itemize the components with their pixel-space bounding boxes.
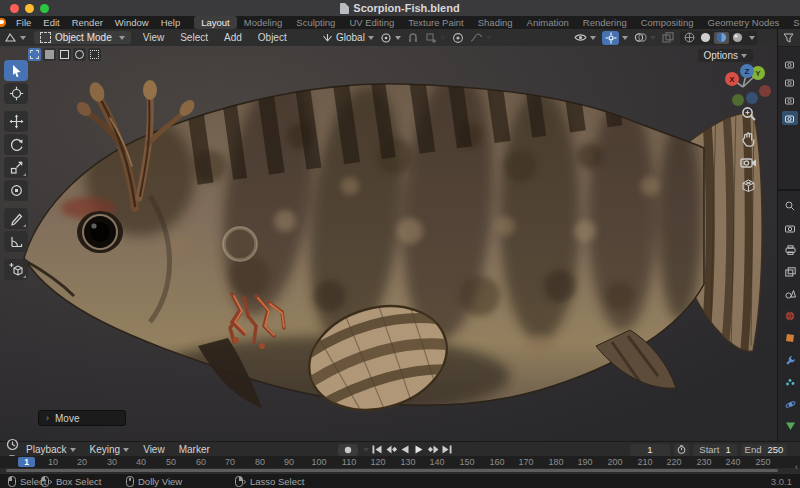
move-view-icon[interactable]	[741, 131, 756, 147]
properties-search-icon[interactable]	[782, 199, 798, 213]
cursor-tool[interactable]	[4, 83, 28, 104]
proportional-editing-toggle[interactable]	[452, 32, 464, 44]
tab-geometry-nodes[interactable]: Geometry Nodes	[701, 16, 787, 29]
xray-toggle[interactable]	[662, 32, 674, 43]
properties-tab-modifiers[interactable]	[782, 353, 798, 367]
scale-tool[interactable]	[4, 157, 28, 178]
properties-tab-view-layer[interactable]	[782, 265, 798, 279]
menu-help[interactable]: Help	[155, 17, 187, 28]
outliner-row-icon[interactable]	[782, 75, 798, 89]
jump-to-end-button[interactable]	[441, 444, 453, 456]
tab-layout[interactable]: Layout	[194, 16, 237, 29]
frame-end-field[interactable]: End 250	[741, 444, 787, 456]
properties-tab-data[interactable]	[782, 419, 798, 433]
select-mode-invert-button[interactable]	[73, 48, 86, 61]
menu-edit[interactable]: Edit	[37, 17, 65, 28]
tab-uv-editing[interactable]: UV Editing	[342, 16, 401, 29]
viewport-3d[interactable]: X Y Z Options › Move	[0, 46, 777, 441]
snap-target-dropdown[interactable]	[425, 32, 446, 44]
select-mode-subtract-button[interactable]	[58, 48, 71, 61]
tab-modeling[interactable]: Modeling	[237, 16, 290, 29]
snap-toggle[interactable]	[407, 32, 419, 44]
outliner-row-icon[interactable]	[782, 93, 798, 107]
overlays-toggle[interactable]	[634, 32, 656, 43]
zoom-view-icon[interactable]	[741, 106, 757, 122]
status-bar: Select Box Select Dolly View Lasso Selec…	[0, 473, 800, 488]
collapse-arrow-icon[interactable]: ‹	[795, 462, 798, 472]
timeline-menu-marker[interactable]: Marker	[172, 444, 217, 455]
auto-keying-dropdown[interactable]	[363, 448, 369, 452]
operator-redo-panel[interactable]: › Move	[38, 410, 126, 426]
play-reverse-button[interactable]	[399, 444, 411, 456]
menu-file[interactable]: File	[10, 17, 37, 28]
previous-keyframe-button[interactable]	[385, 444, 397, 456]
tab-texture-paint[interactable]: Texture Paint	[401, 16, 470, 29]
select-mode-extend-button[interactable]	[43, 48, 56, 61]
properties-tab-output[interactable]	[782, 243, 798, 257]
move-tool[interactable]	[4, 111, 28, 132]
tab-rendering[interactable]: Rendering	[576, 16, 634, 29]
camera-view-icon[interactable]	[740, 156, 757, 169]
shading-solid-button[interactable]	[698, 32, 713, 44]
frame-tick: 150	[459, 457, 474, 467]
add-cube-tool[interactable]	[4, 259, 28, 280]
viewport-menu-select[interactable]: Select	[172, 32, 216, 43]
tab-compositing[interactable]: Compositing	[634, 16, 701, 29]
auto-keying-toggle[interactable]	[338, 444, 358, 456]
viewport-menu-object[interactable]: Object	[250, 32, 295, 43]
play-button[interactable]	[413, 444, 425, 456]
timeline-ruler[interactable]: 10 20 30 40 50 60 70 80 90 100 110 120 1…	[0, 456, 800, 468]
measure-tool[interactable]	[4, 231, 28, 252]
properties-tab-particles[interactable]	[782, 375, 798, 389]
tab-scripting[interactable]: Scripting	[786, 16, 800, 29]
properties-tab-world[interactable]	[782, 309, 798, 323]
proportional-edit-icon	[452, 32, 464, 44]
viewport-menu-view[interactable]: View	[135, 32, 173, 43]
select-mode-new-button[interactable]	[28, 48, 41, 61]
outliner-row-icon[interactable]	[782, 57, 798, 71]
shading-rendered-button[interactable]	[730, 32, 745, 44]
timeline-menu-playback[interactable]: Playback	[19, 444, 83, 455]
next-keyframe-button[interactable]	[427, 444, 439, 456]
properties-tab-scene[interactable]	[782, 287, 798, 301]
mode-dropdown[interactable]: Object Mode	[34, 31, 131, 44]
frame-start-field[interactable]: Start 1	[693, 444, 737, 456]
menu-window[interactable]: Window	[109, 17, 155, 28]
select-box-tool[interactable]	[4, 60, 28, 81]
orientation-dropdown[interactable]: Global	[322, 32, 374, 43]
menu-render[interactable]: Render	[66, 17, 109, 28]
filter-icon[interactable]	[783, 32, 794, 43]
gizmo-icon	[605, 32, 617, 44]
shading-wireframe-button[interactable]	[682, 32, 697, 44]
properties-tab-object[interactable]	[782, 331, 798, 345]
orthographic-toggle-icon[interactable]	[741, 178, 756, 193]
shading-material-button[interactable]	[714, 32, 729, 44]
timeline-menu-view[interactable]: View	[136, 444, 172, 455]
jump-to-start-button[interactable]	[371, 444, 383, 456]
scrollbar-handle[interactable]	[6, 469, 778, 472]
options-dropdown[interactable]: Options	[698, 49, 753, 62]
rotate-tool[interactable]	[4, 134, 28, 155]
transform-tool[interactable]	[4, 180, 28, 201]
tab-sculpting[interactable]: Sculpting	[289, 16, 342, 29]
proportional-falloff-dropdown[interactable]	[470, 32, 492, 43]
use-preview-range-button[interactable]	[674, 444, 689, 456]
navigation-gizmo[interactable]: X Y Z	[715, 56, 771, 112]
select-mode-intersect-button[interactable]	[88, 48, 101, 61]
object-visibility-dropdown[interactable]	[574, 32, 596, 43]
annotate-tool[interactable]	[4, 208, 28, 229]
editor-divider[interactable]	[778, 189, 800, 191]
tab-animation[interactable]: Animation	[520, 16, 576, 29]
pivot-point-dropdown[interactable]	[380, 32, 401, 44]
editor-type-button[interactable]	[0, 31, 30, 44]
gizmos-toggle[interactable]	[602, 31, 628, 45]
xray-icon	[662, 32, 674, 43]
viewport-menu-add[interactable]: Add	[216, 32, 250, 43]
properties-tab-physics[interactable]	[782, 397, 798, 411]
outliner-row-icon-selected[interactable]	[782, 111, 798, 125]
timeline-menu-keying[interactable]: Keying	[83, 444, 137, 455]
tab-shading[interactable]: Shading	[471, 16, 520, 29]
properties-tab-render[interactable]	[782, 221, 798, 235]
current-frame-field[interactable]: 1	[630, 444, 670, 456]
playhead[interactable]: 1	[18, 457, 35, 467]
